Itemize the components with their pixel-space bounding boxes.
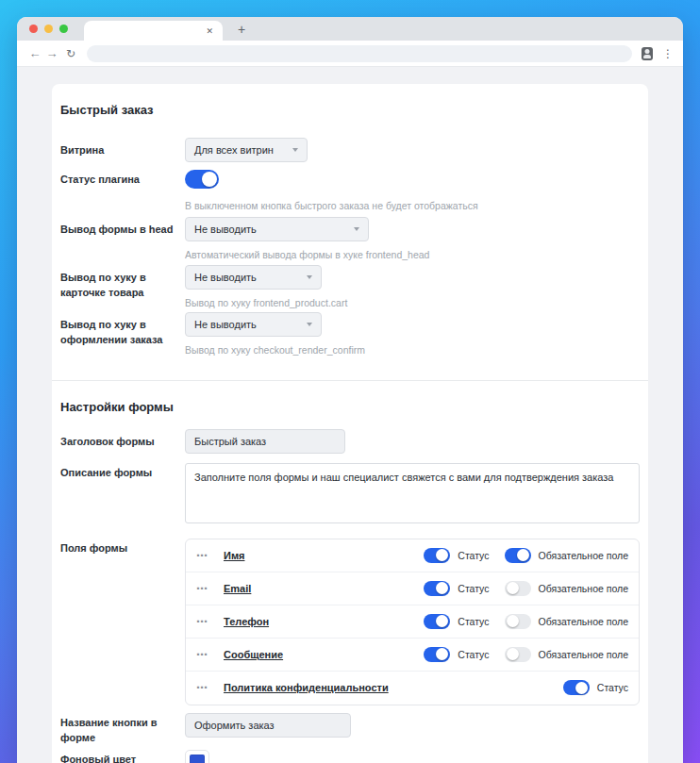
traffic-lights [29, 25, 68, 33]
showcase-select-value: Для всех витрин [194, 144, 274, 156]
row-form-title: Заголовок формы [60, 429, 640, 454]
field-status-label: Статус [458, 583, 489, 594]
address-bar-input[interactable] [87, 45, 632, 62]
form-fields-label: Поля формы [60, 539, 185, 705]
section-title-form-settings: Настройки формы [60, 400, 640, 414]
back-icon[interactable]: ← [26, 47, 43, 59]
drag-handle-icon[interactable]: ⋯ [196, 648, 208, 661]
zoom-window-button[interactable] [59, 25, 68, 33]
field-row-email: ⋯ Email Статус Обязательное поле [186, 572, 639, 605]
chevron-down-icon [307, 323, 312, 326]
browser-window: ✕ + ← → ↻ ⋮ Быстрый заказ Витрина Для вс… [17, 17, 683, 763]
drag-handle-icon[interactable]: ⋯ [196, 582, 208, 595]
close-window-button[interactable] [29, 25, 38, 33]
row-product-hook: Вывод по хуку в карточке товара Не вывод… [60, 265, 640, 310]
plugin-status-toggle[interactable] [185, 170, 219, 189]
field-required-toggle[interactable] [505, 548, 531, 563]
plugin-status-help: В выключенном кнопка быстрого заказа не … [185, 200, 640, 213]
drag-handle-icon[interactable]: ⋯ [196, 615, 208, 628]
field-status-toggle[interactable] [424, 548, 450, 563]
field-name-link[interactable]: Email [224, 583, 251, 594]
checkout-hook-select-value: Не выводить [194, 319, 257, 330]
field-required-toggle[interactable] [505, 647, 531, 662]
button-bg-color-swatch [190, 755, 205, 763]
row-button-name: Название кнопки в форме [60, 713, 640, 746]
showcase-label: Витрина [60, 138, 185, 162]
button-name-label: Название кнопки в форме [60, 713, 185, 746]
field-status-toggle[interactable] [563, 680, 590, 695]
row-checkout-hook: Вывод по хуку в оформлении заказа Не выв… [60, 312, 640, 357]
head-output-help: Автоматический вывода формы в хуке front… [185, 249, 640, 262]
product-hook-select-value: Не выводить [194, 272, 257, 283]
field-required-label: Обязательное поле [539, 550, 629, 561]
button-bg-color-label: Фоновый цвет кнопки [60, 750, 185, 763]
form-title-label: Заголовок формы [60, 429, 185, 454]
row-showcase: Витрина Для всех витрин [60, 138, 640, 162]
field-required-toggle[interactable] [505, 614, 531, 629]
section-title-quick-order: Быстрый заказ [60, 103, 640, 117]
drag-handle-icon[interactable]: ⋯ [196, 549, 208, 562]
field-row-name: ⋯ Имя Статус Обязательное поле [186, 539, 639, 572]
form-fields-list: ⋯ Имя Статус Обязательное поле ⋯ Em [185, 539, 640, 705]
field-required-label: Обязательное поле [539, 649, 629, 660]
button-bg-color-picker[interactable] [185, 750, 209, 763]
field-status-toggle[interactable] [424, 647, 450, 662]
row-form-fields: Поля формы ⋯ Имя Статус Обязательное пол… [60, 539, 640, 705]
field-name-link[interactable]: Телефон [224, 616, 269, 627]
plugin-status-label: Статус плагина [60, 170, 185, 213]
field-status-label: Статус [458, 649, 489, 660]
checkout-hook-label: Вывод по хуку в оформлении заказа [60, 312, 185, 357]
form-description-label: Описание формы [60, 463, 185, 527]
product-hook-select[interactable]: Не выводить [185, 265, 322, 290]
profile-icon[interactable] [642, 47, 653, 60]
row-plugin-status: Статус плагина В выключенном кнопка быст… [60, 170, 640, 213]
field-status-label: Статус [597, 682, 628, 693]
field-status-toggle[interactable] [424, 581, 450, 596]
reload-icon[interactable]: ↻ [62, 47, 79, 60]
field-required-label: Обязательное поле [539, 616, 629, 627]
form-title-input[interactable] [185, 429, 345, 454]
field-status-label: Статус [458, 616, 489, 627]
head-output-select[interactable]: Не выводить [185, 217, 369, 241]
forward-icon[interactable]: → [43, 47, 60, 59]
field-required-toggle[interactable] [505, 581, 531, 596]
checkout-hook-help: Вывод по хуку checkout_render_confirm [185, 344, 640, 357]
field-row-message: ⋯ Сообщение Статус Обязательное поле [186, 639, 639, 672]
tab-close-icon[interactable]: ✕ [204, 25, 215, 38]
field-name-link[interactable]: Политика конфиденциальности [224, 682, 389, 693]
field-name-link[interactable]: Имя [224, 550, 244, 561]
field-row-phone: ⋯ Телефон Статус Обязательное поле [186, 605, 639, 639]
browser-tab[interactable]: ✕ [84, 21, 223, 41]
row-head-output: Вывод формы в head Не выводить Автоматич… [60, 217, 640, 262]
checkout-hook-select[interactable]: Не выводить [185, 312, 322, 337]
row-form-description: Описание формы Заполните поля формы и на… [60, 463, 640, 527]
product-hook-help: Вывод по хуку frontend_product.cart [185, 297, 640, 310]
product-hook-label: Вывод по хуку в карточке товара [60, 265, 185, 310]
chevron-down-icon [292, 148, 298, 152]
head-output-select-value: Не выводить [194, 224, 257, 235]
field-required-label: Обязательное поле [539, 583, 629, 594]
head-output-label: Вывод формы в head [60, 217, 185, 262]
page-content: Быстрый заказ Витрина Для всех витрин Ст… [17, 67, 683, 763]
tab-strip: ✕ + [17, 17, 683, 41]
row-button-bg-color: Фоновый цвет кнопки [60, 750, 640, 763]
form-description-textarea[interactable]: Заполните поля формы и наш специалист св… [185, 463, 640, 523]
drag-handle-icon[interactable]: ⋯ [196, 681, 208, 694]
field-row-privacy-policy: ⋯ Политика конфиденциальности Статус [186, 672, 639, 705]
field-status-toggle[interactable] [424, 614, 450, 629]
chevron-down-icon [307, 275, 312, 279]
chevron-down-icon [354, 227, 359, 231]
field-status-label: Статус [458, 550, 489, 561]
minimize-window-button[interactable] [44, 25, 53, 33]
new-tab-button[interactable]: + [234, 21, 249, 38]
browser-menu-icon[interactable]: ⋮ [662, 48, 674, 59]
section-divider [52, 380, 648, 381]
field-name-link[interactable]: Сообщение [224, 649, 283, 660]
showcase-select[interactable]: Для всех витрин [185, 138, 308, 162]
settings-card: Быстрый заказ Витрина Для всех витрин Ст… [52, 84, 648, 763]
button-name-input[interactable] [185, 713, 351, 738]
browser-toolbar: ← → ↻ ⋮ [17, 41, 683, 67]
